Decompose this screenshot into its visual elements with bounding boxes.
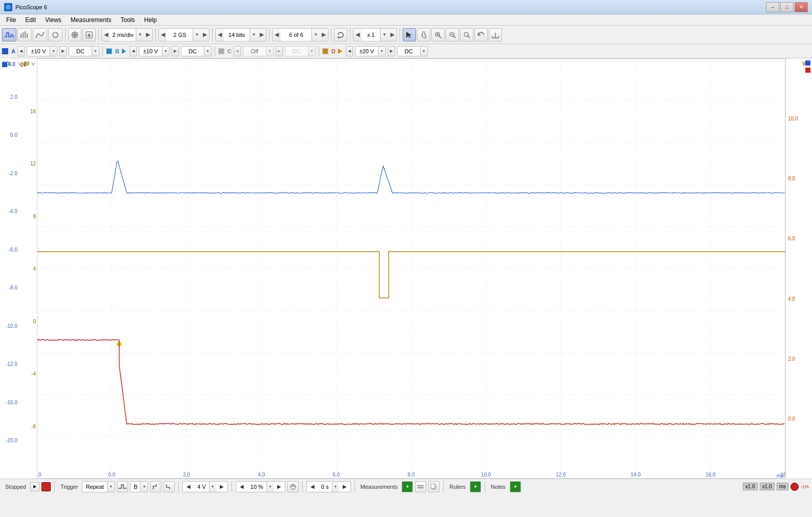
refresh-button[interactable] [334, 28, 347, 42]
measure-button[interactable] [489, 28, 502, 42]
channel-b-next[interactable]: ▶ [172, 46, 179, 56]
graph-area[interactable]: -2.00.02.04.06.08.010.012.014.016.018.0m… [37, 58, 785, 479]
timebase-next[interactable]: ▶ [144, 28, 152, 42]
channel-c-coupling-arrow[interactable]: ▼ [308, 46, 315, 56]
repeat-arrow[interactable]: ▼ [107, 481, 114, 492]
channel-c-coupling[interactable]: DC ▼ [285, 46, 316, 56]
channel-d-range-arrow[interactable]: ▼ [378, 46, 385, 56]
menubar: File Edit Views Measurements Tools Help [0, 14, 812, 26]
zoom-out-button[interactable] [446, 28, 459, 42]
persistence-mode-button[interactable] [33, 28, 47, 42]
posttrigger-arrow[interactable]: ▼ [332, 481, 339, 492]
menu-measurements[interactable]: Measurements [67, 15, 115, 25]
pretrigger-dropdown[interactable]: ◀ 10 % ▼ ▶ [236, 481, 285, 492]
capture-next[interactable]: ▶ [320, 28, 328, 42]
channel-a-range-arrow[interactable]: ▼ [50, 46, 57, 56]
trigger-rising-button[interactable] [150, 481, 161, 492]
capture-dropdown[interactable]: ◀ 6 of 6 ▼ ▶ [272, 28, 328, 42]
hand-button[interactable] [417, 28, 430, 42]
timebase-dropdown[interactable]: ◀ 2 ms/div ▼ ▶ [101, 28, 153, 42]
maximize-button[interactable]: □ [780, 2, 794, 12]
menu-file[interactable]: File [2, 15, 20, 25]
trigger-level-arrow[interactable]: ▼ [209, 481, 216, 492]
trigger-falling-button[interactable] [163, 481, 175, 492]
menu-help[interactable]: Help [140, 15, 161, 25]
pretrigger-next[interactable]: ▶ [274, 481, 285, 492]
spectrum-mode-button[interactable] [17, 28, 32, 42]
zoom-prev[interactable]: ◀ [353, 28, 362, 42]
play-button[interactable]: ▶ [30, 482, 39, 491]
measurement-options-button[interactable] [415, 481, 426, 492]
trigger-channel-arrow[interactable]: ▼ [140, 481, 148, 492]
channel-a-prev[interactable]: ◀ [17, 46, 25, 56]
channel-a-range[interactable]: ±10 V ▼ [27, 46, 57, 56]
ch-a-axis-indicator: 4.0 [2, 61, 15, 67]
samples-next[interactable]: ▶ [201, 28, 209, 42]
capture-arrow[interactable]: ▼ [311, 28, 320, 42]
zoom-fit-button[interactable] [460, 28, 473, 42]
posttrigger-prev[interactable]: ◀ [307, 481, 318, 492]
channel-b-range[interactable]: ±10 V ▼ [139, 46, 170, 56]
timebase-prev[interactable]: ◀ [102, 28, 110, 42]
add-note-button[interactable]: + [510, 481, 521, 492]
toolbar-sep-7 [350, 28, 350, 42]
channel-c-range[interactable]: Off ▼ [243, 46, 274, 56]
zoom-next[interactable]: ▶ [388, 28, 397, 42]
add-ruler-button[interactable]: + [470, 481, 481, 492]
repeat-dropdown[interactable]: Repeat ▼ [82, 481, 114, 492]
channel-d-coupling-arrow[interactable]: ▼ [420, 46, 427, 56]
menu-tools[interactable]: Tools [116, 15, 139, 25]
stop-button[interactable] [41, 482, 51, 491]
minimize-button[interactable]: – [766, 2, 779, 12]
settings-button[interactable] [68, 28, 81, 42]
zoom-dropdown[interactable]: ◀ x 1 ▼ ▶ [353, 28, 397, 42]
add-measurement-button[interactable]: + [402, 481, 413, 492]
undo-button[interactable] [474, 28, 488, 42]
posttrigger-next[interactable]: ▶ [339, 481, 350, 492]
channel-c-range-arrow[interactable]: ▼ [266, 46, 273, 56]
samples-prev[interactable]: ◀ [159, 28, 167, 42]
channel-b-prev[interactable]: ◀ [130, 46, 137, 56]
trigger-level-prev[interactable]: ◀ [183, 481, 194, 492]
channel-a-coupling[interactable]: DC ▼ [69, 46, 99, 56]
trigger-level-next[interactable]: ▶ [216, 481, 227, 492]
bits-dropdown[interactable]: ◀ 14 bits ▼ ▶ [215, 28, 266, 42]
posttrigger-dropdown[interactable]: ◀ 0 s ▼ ▶ [306, 481, 351, 492]
trigger-mode-button[interactable] [117, 481, 128, 492]
bits-next[interactable]: ▶ [258, 28, 266, 42]
timebase-arrow[interactable]: ▼ [136, 28, 144, 42]
menu-edit[interactable]: Edit [21, 15, 40, 25]
channel-a-coupling-arrow[interactable]: ▼ [92, 46, 99, 56]
trigger-options-button[interactable] [287, 481, 299, 492]
channel-d-range[interactable]: ±20 V ▼ [355, 46, 386, 56]
channel-d-prev[interactable]: ◀ [346, 46, 353, 56]
channel-c-next[interactable]: ▶ [276, 46, 283, 56]
waveform-mode-button[interactable] [2, 28, 16, 42]
menu-views[interactable]: Views [41, 15, 66, 25]
channel-c-range-value: Off [243, 48, 266, 54]
import-button[interactable] [82, 28, 96, 42]
trigger-channel-dropdown[interactable]: B ▼ [130, 481, 148, 492]
channel-b-coupling[interactable]: DC ▼ [181, 46, 212, 56]
samples-dropdown[interactable]: ◀ 2 GS ▼ ▶ [158, 28, 210, 42]
zoom-arrow[interactable]: ▼ [380, 28, 388, 42]
channel-d-next[interactable]: ▶ [388, 46, 395, 56]
trigger-level-dropdown[interactable]: ◀ 4 V ▼ ▶ [182, 481, 228, 492]
channel-c-prev[interactable]: ◀ [234, 46, 241, 56]
pretrigger-prev[interactable]: ◀ [236, 481, 247, 492]
channel-b-coupling-arrow[interactable]: ▼ [204, 46, 211, 56]
samples-arrow[interactable]: ▼ [193, 28, 201, 42]
xy-mode-button[interactable] [48, 28, 63, 42]
capture-prev[interactable]: ◀ [273, 28, 281, 42]
channel-d-coupling[interactable]: DC ▼ [397, 46, 428, 56]
cursor-button[interactable] [403, 28, 416, 42]
channel-a-next[interactable]: ▶ [59, 46, 67, 56]
bits-arrow[interactable]: ▼ [249, 28, 258, 42]
close-button[interactable]: ✕ [795, 2, 808, 12]
bits-prev[interactable]: ◀ [216, 28, 224, 42]
channel-b-range-arrow[interactable]: ▼ [162, 46, 169, 56]
status-sep-3 [232, 481, 232, 492]
pretrigger-arrow[interactable]: ▼ [266, 481, 274, 492]
zoom-in-button[interactable] [431, 28, 445, 42]
measurement-copy-button[interactable] [428, 481, 440, 492]
